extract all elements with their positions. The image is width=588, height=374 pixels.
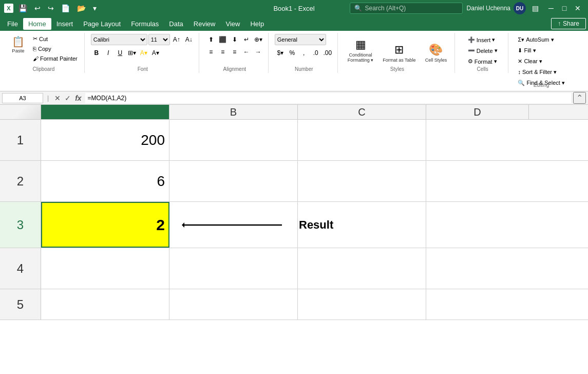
autosum-button[interactable]: Σ▾ AutoSum ▾ <box>515 35 556 45</box>
insert-function-button[interactable]: fx <box>73 94 83 102</box>
cell-D1[interactable] <box>426 120 529 160</box>
delete-icon: ➖ <box>468 47 475 54</box>
align-row-2: ≡ ≡ ≡ ← → <box>205 46 264 58</box>
cell-D5[interactable] <box>426 289 529 320</box>
formula-input[interactable] <box>85 93 571 103</box>
cell-B4[interactable] <box>169 248 298 289</box>
decrease-font-button[interactable]: A↓ <box>183 34 195 45</box>
format-cells-button[interactable]: ⚙ Format ▾ <box>465 57 500 66</box>
menu-home[interactable]: Home <box>23 18 51 30</box>
copy-button[interactable]: ⎘ Copy <box>30 44 80 53</box>
cell-A4[interactable] <box>41 248 169 289</box>
cell-B1[interactable] <box>169 120 298 160</box>
copy-icon: ⎘ <box>33 46 36 52</box>
comma-button[interactable]: , <box>298 47 310 59</box>
align-left-button[interactable]: ≡ <box>205 46 217 58</box>
clear-button[interactable]: ✕ Clear ▾ <box>515 57 544 66</box>
format-painter-button[interactable]: 🖌 Format Painter <box>30 54 80 63</box>
cancel-formula-button[interactable]: ✕ <box>53 94 62 102</box>
cell-A1[interactable]: 200 <box>41 120 169 160</box>
menu-formulas[interactable]: Formulas <box>126 18 164 30</box>
conditional-formatting-button[interactable]: ▦ ConditionalFormatting ▾ <box>344 34 377 65</box>
insert-cells-button[interactable]: ➕ Insert ▾ <box>465 35 498 45</box>
undo-button[interactable]: ↩ <box>32 3 43 13</box>
sort-filter-button[interactable]: ↕ Sort & Filter ▾ <box>515 67 559 77</box>
close-button[interactable]: ✕ <box>572 4 584 13</box>
font-size-select[interactable]: 11 <box>148 34 170 45</box>
menu-view[interactable]: View <box>220 18 245 30</box>
cell-D3[interactable] <box>426 202 529 248</box>
maximize-button[interactable]: □ <box>558 4 571 13</box>
border-button[interactable]: ⊞▾ <box>126 47 138 59</box>
cell-C5[interactable] <box>298 289 426 320</box>
fill-color-button[interactable]: A▾ <box>138 47 149 59</box>
cell-C4[interactable] <box>298 248 426 289</box>
formula-expand-button[interactable]: ⌃ <box>573 92 586 104</box>
menu-help[interactable]: Help <box>245 18 269 30</box>
name-box[interactable] <box>2 93 43 103</box>
align-middle-button[interactable]: ⬛ <box>217 34 229 45</box>
search-input[interactable] <box>365 5 447 12</box>
wrap-text-button[interactable]: ↵ <box>241 34 252 45</box>
redo-button[interactable]: ↪ <box>46 3 56 13</box>
cell-B2[interactable] <box>169 161 298 201</box>
decrease-indent-button[interactable]: ← <box>241 46 252 58</box>
cell-A3[interactable]: 2 <box>41 202 169 248</box>
increase-decimal-button[interactable]: .0 <box>310 47 321 59</box>
fill-button[interactable]: ⬇ Fill ▾ <box>515 46 538 55</box>
cut-button[interactable]: ✂ Cut <box>30 34 80 44</box>
delete-cells-button[interactable]: ➖ Delete ▾ <box>465 46 500 55</box>
cell-styles-button[interactable]: 🎨 Cell Styles <box>422 34 451 65</box>
align-top-button[interactable]: ⬆ <box>205 34 217 45</box>
search-box[interactable]: 🔍 <box>350 3 463 14</box>
open-button[interactable]: 📂 <box>75 3 88 13</box>
increase-font-button[interactable]: A↑ <box>171 34 182 45</box>
col-header-A[interactable]: A <box>41 105 169 119</box>
ribbon-collapse[interactable]: ▤ <box>530 3 541 13</box>
col-header-D[interactable]: D <box>426 105 529 119</box>
percent-button[interactable]: % <box>287 47 298 59</box>
row-num-1[interactable]: 1 <box>0 120 41 160</box>
new-button[interactable]: 📄 <box>59 3 72 13</box>
col-header-B[interactable]: B <box>169 105 298 119</box>
number-format-select[interactable]: General Number Currency Percentage <box>275 34 326 45</box>
cell-A2[interactable]: 6 <box>41 161 169 201</box>
cell-C3[interactable] <box>298 202 426 248</box>
format-as-table-button[interactable]: ⊞ Format as Table <box>379 34 419 65</box>
merge-button[interactable]: ⊕▾ <box>253 34 264 45</box>
bold-button[interactable]: B <box>91 47 102 59</box>
font-color-button[interactable]: A▾ <box>150 47 161 59</box>
cell-C1[interactable] <box>298 120 426 160</box>
col-header-C[interactable]: C <box>298 105 426 119</box>
cell-B5[interactable] <box>169 289 298 320</box>
row-num-3[interactable]: 3 <box>0 202 41 248</box>
cell-D4[interactable] <box>426 248 529 289</box>
cell-B3[interactable]: Result <box>169 202 298 248</box>
row-num-4[interactable]: 4 <box>0 248 41 289</box>
qat-more[interactable]: ▾ <box>91 3 99 13</box>
menu-insert[interactable]: Insert <box>51 18 79 30</box>
enter-formula-button[interactable]: ✓ <box>63 94 72 102</box>
decrease-decimal-button[interactable]: .00 <box>322 47 333 59</box>
save-button[interactable]: 💾 <box>16 3 29 13</box>
share-button[interactable]: ↑ Share <box>551 18 586 29</box>
align-bottom-button[interactable]: ⬇ <box>229 34 240 45</box>
cell-A5[interactable] <box>41 289 169 320</box>
menu-page-layout[interactable]: Page Layout <box>78 18 126 30</box>
paste-button[interactable]: 📋 Paste <box>7 34 29 56</box>
minimize-button[interactable]: ─ <box>545 4 557 13</box>
increase-indent-button[interactable]: → <box>253 46 264 58</box>
menu-review[interactable]: Review <box>188 18 221 30</box>
font-name-select[interactable]: Calibri <box>91 34 147 45</box>
cell-D2[interactable] <box>426 161 529 201</box>
row-num-2[interactable]: 2 <box>0 161 41 201</box>
menu-file[interactable]: File <box>2 18 23 30</box>
underline-button[interactable]: U <box>115 47 126 59</box>
accounting-button[interactable]: $▾ <box>275 47 286 59</box>
cell-C2[interactable] <box>298 161 426 201</box>
align-center-button[interactable]: ≡ <box>217 46 229 58</box>
row-num-5[interactable]: 5 <box>0 289 41 320</box>
italic-button[interactable]: I <box>103 47 114 59</box>
menu-data[interactable]: Data <box>164 18 188 30</box>
align-right-button[interactable]: ≡ <box>229 46 240 58</box>
